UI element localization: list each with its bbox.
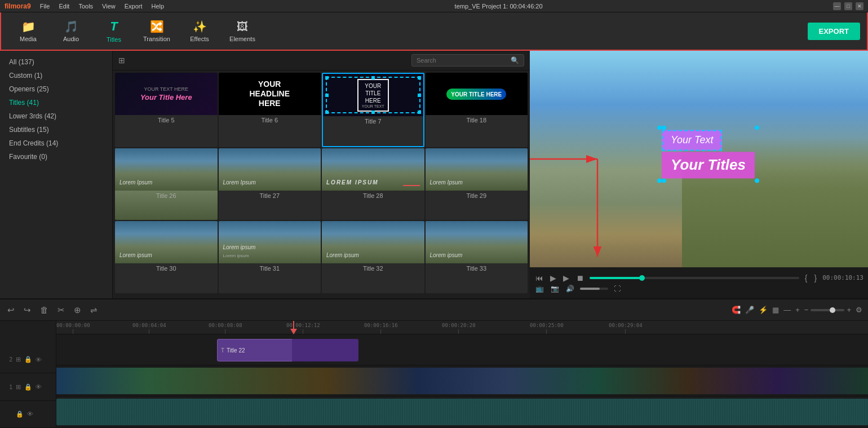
title27-label: Title 27 (219, 191, 321, 201)
cut-button[interactable]: ✂ (56, 303, 67, 317)
search-input[interactable] (417, 57, 508, 64)
playhead-triangle (290, 329, 297, 334)
play-prev-frame-button[interactable]: ▶ (549, 272, 557, 284)
ruler-mark-5: 00:00:20:20 (442, 321, 476, 334)
menu-export[interactable]: Export (125, 3, 143, 10)
redo-button[interactable]: ↪ (22, 303, 33, 317)
effects-icon: ✨ (193, 20, 207, 33)
menu-file[interactable]: File (40, 3, 50, 10)
go-to-start-button[interactable]: ⏮ (534, 272, 544, 284)
audio-track-row (56, 396, 868, 427)
timeline-content: 2 ⊞ 🔒 👁 1 ⊞ 🔒 👁 🔒 👁 00:00:00: (0, 321, 868, 428)
sidebar-item-favourite[interactable]: Favourite (0) (0, 150, 112, 164)
title-clip[interactable]: T Title 22 (217, 339, 303, 361)
snapshot-button[interactable]: 📷 (550, 284, 560, 294)
minimize-button[interactable]: — (833, 2, 841, 10)
track2-eye-icon[interactable]: 👁 (36, 356, 42, 363)
volume-fill (580, 288, 600, 290)
menu-help[interactable]: Help (152, 3, 165, 10)
close-button[interactable]: ✕ (856, 2, 863, 10)
video-segment[interactable] (56, 368, 868, 394)
fullscreen-button[interactable]: ⛶ (613, 284, 622, 294)
track2-add-icon[interactable]: ⊞ (16, 356, 21, 363)
tool-media[interactable]: 📁 Media (8, 14, 48, 48)
sidebar-item-custom[interactable]: Custom (1) (0, 69, 112, 82)
title33-label: Title 33 (426, 263, 528, 273)
volume-bar[interactable] (580, 288, 608, 290)
add-marker-button[interactable]: ⊕ (72, 303, 83, 317)
menu-tools[interactable]: Tools (78, 3, 93, 10)
track1-eye-icon[interactable]: 👁 (36, 383, 42, 390)
effects-label: Effects (190, 36, 209, 42)
minus-button[interactable]: — (783, 306, 791, 314)
title-card-32[interactable]: Lorem ipsum Title 32 (322, 221, 424, 293)
zoom-slider[interactable] (811, 309, 844, 311)
ruler-mark-6: 00:00:25:00 (530, 321, 564, 334)
sidebar-item-endcredits[interactable]: End Credits (14) (0, 136, 112, 150)
in-point-bracket: { (804, 272, 809, 284)
tool-transition[interactable]: 🔀 Transition (136, 14, 177, 48)
delete-button[interactable]: 🗑 (38, 303, 50, 316)
menu-edit[interactable]: Edit (59, 3, 69, 10)
preview-controls: ⏮ ▶ ▶ ⏹ { } 00:00:10:13 📺 📷 🔊 ⛶ (530, 267, 868, 298)
media-label: Media (20, 36, 37, 42)
video-track-row (56, 365, 868, 396)
mosaic-button[interactable]: ▦ (772, 306, 779, 314)
playback-controls-row: ⏮ ▶ ▶ ⏹ { } 00:00:10:13 (530, 272, 868, 284)
sidebar-item-titles[interactable]: Titles (41) (0, 96, 112, 109)
tool-elements[interactable]: 🖼 Elements (222, 14, 263, 48)
menu-view[interactable]: View (102, 3, 116, 10)
ruler-mark-2: 00:00:08:08 (209, 321, 242, 334)
title-card-18[interactable]: YOUR TITLE HERE Title 18 (426, 73, 528, 147)
magnet-button[interactable]: 🧲 (732, 306, 741, 314)
title-card-33[interactable]: Lorem ipsum Title 33 (426, 221, 528, 293)
preview-panel: Your Text Your Titles (530, 51, 868, 298)
track1-add-icon[interactable]: ⊞ (16, 383, 21, 391)
playhead[interactable] (293, 321, 294, 334)
title-card-7[interactable]: YOURTITLEHERE YOUR TEXT Title 7 (322, 73, 424, 147)
audio-detach-button[interactable]: ⇌ (88, 303, 99, 317)
grid-view-icon[interactable]: ⊞ (118, 56, 125, 65)
title-card-30[interactable]: Lorem ipsum Title 30 (115, 221, 218, 293)
title-card-6[interactable]: YOURHEADLINEHERE Title 6 (219, 73, 321, 147)
transition-icon: 🔀 (150, 20, 164, 33)
track2-lock-icon[interactable]: 🔒 (24, 356, 32, 363)
audio-lock-icon[interactable]: 🔒 (16, 411, 24, 418)
zoom-plus[interactable]: + (847, 306, 851, 314)
sidebar-item-openers[interactable]: Openers (25) (0, 82, 112, 96)
main-toolbar: 📁 Media 🎵 Audio T Titles 🔀 Transition ✨ … (0, 12, 868, 51)
tool-titles[interactable]: T Titles (94, 14, 134, 48)
track1-lock-icon[interactable]: 🔒 (24, 383, 32, 391)
audio-label: Audio (63, 36, 79, 42)
title-card-28[interactable]: LOREM IPSUM Title 28 (322, 148, 424, 220)
ruler-mark-0: 00:00:00:00 (56, 321, 90, 334)
content-header: ⊞ 🔍 (113, 51, 530, 70)
tool-audio[interactable]: 🎵 Audio (51, 14, 91, 48)
export-button[interactable]: EXPORT (808, 23, 860, 40)
title-card-31[interactable]: Lorem ipsum Lorem ipsum Title 31 (219, 221, 321, 293)
volume-button[interactable]: 🔊 (565, 284, 575, 294)
zoom-minus[interactable]: − (804, 306, 809, 314)
sidebar-item-subtitles[interactable]: Subtitles (15) (0, 123, 112, 136)
title-card-29[interactable]: Lorem Ipsum Title 29 (426, 148, 528, 220)
title-card-27[interactable]: Lorem Ipsum Title 27 (219, 148, 321, 220)
stop-button[interactable]: ⏹ (575, 272, 585, 284)
maximize-button[interactable]: □ (844, 2, 852, 10)
track-label-audio: 🔒 👁 (0, 401, 56, 428)
add-button[interactable]: + (795, 306, 800, 314)
settings-button[interactable]: ⚙ (856, 306, 862, 314)
tool-effects[interactable]: ✨ Effects (179, 14, 220, 48)
title-card-5[interactable]: YOUR TEXT HERE Your Title Here Title 5 (115, 73, 218, 147)
progress-bar[interactable] (590, 277, 799, 279)
track-label-2: 2 ⊞ 🔒 👁 (0, 346, 56, 373)
audio-eye-icon[interactable]: 👁 (27, 411, 33, 417)
play-button[interactable]: ▶ (562, 272, 570, 284)
sidebar-item-lower3rds[interactable]: Lower 3rds (42) (0, 109, 112, 123)
split-audio-button[interactable]: ⚡ (759, 306, 768, 314)
main-area: All (137) Custom (1) Openers (25) Titles… (0, 51, 868, 298)
sidebar-item-all[interactable]: All (137) (0, 55, 112, 69)
mic-button[interactable]: 🎤 (745, 306, 754, 314)
title-card-26[interactable]: Lorem Ipsum Title 26 (115, 148, 218, 220)
undo-button[interactable]: ↩ (6, 303, 16, 317)
screen-size-button[interactable]: 📺 (534, 284, 545, 294)
